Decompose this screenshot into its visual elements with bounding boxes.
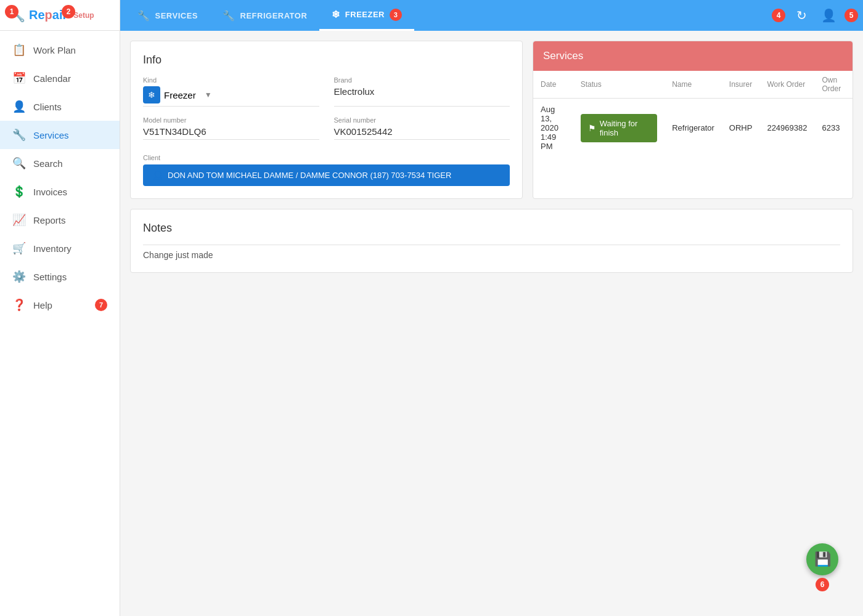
cell-status: ⚑ Waiting for finish [573,99,665,158]
inventory-icon: 🛒 [12,241,26,255]
fab-container: 💾 6 [806,543,838,591]
serial-label: Serial number [334,116,510,124]
serial-field: Serial number VK001525442 [334,116,510,140]
kind-value: Freezer [164,90,196,100]
sidebar: 1 🔧 Repair 2 Setup 📋 Work Plan 📅 Calenda… [0,0,120,616]
services-panel: Services Date Status Name Insurer Work O… [533,41,853,199]
notes-content: Change just made [143,245,840,260]
sidebar-item-label: Help [33,300,52,310]
refrigerator-tab-icon: 🔧 [223,10,235,22]
sidebar-item-services[interactable]: 🔧 Services [0,121,120,149]
tab-bar: 🔧 SERVICES 🔧 REFRIGERATOR ❄ FREEZER 3 4 … [120,0,863,31]
notes-panel: Notes Change just made [130,209,853,273]
search-icon: 🔍 [12,156,26,170]
sidebar-item-clients[interactable]: 👤 Clients [0,92,120,121]
cell-work-order: 224969382 [759,99,814,158]
dropdown-arrow: ▼ [205,91,212,99]
sidebar-item-label: Clients [33,102,62,112]
services-tab-icon: 🔧 [137,10,150,22]
kind-field: Kind ❄ Freezer ▼ [143,76,319,107]
info-form-grid: Kind ❄ Freezer ▼ Brand Electrolux [143,76,510,150]
badge-2: 2 [62,5,75,18]
sidebar-nav: 📋 Work Plan 📅 Calendar 👤 Clients 🔧 Servi… [0,31,120,616]
fab-badge-6: 6 [816,578,829,591]
save-icon: 💾 [814,551,831,567]
settings-icon: ⚙️ [12,270,26,283]
cell-date: Aug 13, 2020 1:49 PM [533,99,573,158]
sidebar-item-label: Services [33,130,69,140]
col-date: Date [533,71,573,99]
sidebar-item-invoices[interactable]: 💲 Invoices [0,177,120,206]
sidebar-item-inventory[interactable]: 🛒 Inventory [0,234,120,262]
cell-own-order: 6233 [814,99,853,158]
sidebar-item-settings[interactable]: ⚙️ Settings [0,262,120,291]
kind-label: Kind [143,76,319,84]
services-panel-title: Services [533,41,853,71]
client-button[interactable]: 👤 DON AND TOM MICHAEL DAMME / DAMME CONN… [143,164,510,186]
reports-icon: 📈 [12,213,26,227]
refresh-button[interactable]: ↻ [790,4,812,26]
top-panels: Info Kind ❄ Freezer ▼ Brand Elec [130,41,853,199]
invoices-icon: 💲 [12,185,26,198]
brand-field: Brand Electrolux [334,76,510,107]
sidebar-item-label: Invoices [33,187,67,197]
help-badge: 7 [95,299,107,311]
tab-freezer-label: FREEZER [345,10,385,19]
user-button[interactable]: 👤 [817,4,840,26]
services-icon: 🔧 [12,128,26,142]
model-label: Model number [143,116,319,124]
logo-area: 1 🔧 Repair 2 Setup [0,0,120,31]
sidebar-item-label: Search [33,158,63,169]
sidebar-item-search[interactable]: 🔍 Search [0,149,120,177]
sidebar-item-label: Inventory [33,243,72,254]
sidebar-item-help[interactable]: ❓ Help 7 [0,291,120,319]
badge-1: 1 [5,5,18,18]
table-row[interactable]: Aug 13, 2020 1:49 PM ⚑ Waiting for finis… [533,99,853,158]
status-badge: ⚑ Waiting for finish [581,114,658,142]
sidebar-item-calendar[interactable]: 📅 Calendar [0,64,120,92]
kind-select[interactable]: ❄ Freezer ▼ [143,86,319,103]
model-field: Model number V51TN34DLQ6 [143,116,319,140]
sidebar-item-label: Work Plan [33,45,76,55]
freezer-tab-badge: 3 [390,9,402,21]
info-panel: Info Kind ❄ Freezer ▼ Brand Elec [130,41,523,199]
col-own-order: Own Order [814,71,853,99]
col-insurer: Insurer [722,71,760,99]
sidebar-item-label: Reports [33,215,66,225]
sidebar-item-label: Settings [33,272,67,282]
work-plan-icon: 📋 [12,43,26,57]
sidebar-item-label: Calendar [33,73,71,84]
sidebar-item-work-plan[interactable]: 📋 Work Plan [0,36,120,64]
clients-icon: 👤 [12,100,26,113]
save-fab-button[interactable]: 💾 [806,543,838,575]
header-badge-4: 4 [772,9,785,22]
brand-value: Electrolux [334,86,510,97]
tab-bar-right: 4 ↻ 👤 5 [772,4,858,26]
col-work-order: Work Order [759,71,814,99]
main-content: 🔧 SERVICES 🔧 REFRIGERATOR ❄ FREEZER 3 4 … [120,0,863,616]
col-status: Status [573,71,665,99]
content-area: Info Kind ❄ Freezer ▼ Brand Elec [120,31,863,616]
client-person-icon: 👤 [153,171,163,180]
kind-icon: ❄ [143,86,160,103]
tab-refrigerator[interactable]: 🔧 REFRIGERATOR [210,0,319,31]
tab-freezer[interactable]: ❄ FREEZER 3 [319,0,414,31]
tab-services[interactable]: 🔧 SERVICES [125,0,210,31]
services-table: Date Status Name Insurer Work Order Own … [533,71,853,157]
client-label: Client [143,154,160,161]
notes-title: Notes [143,222,840,235]
calendar-icon: 📅 [12,71,26,85]
logo-sub: Setup [73,11,94,20]
cell-insurer: ORHP [722,99,760,158]
brand-label: Brand [334,76,510,84]
header-badge-5: 5 [845,9,858,22]
info-title: Info [143,54,510,67]
model-value: V51TN34DLQ6 [143,126,319,137]
client-field: Client 👤 DON AND TOM MICHAEL DAMME / DAM… [143,152,510,186]
tab-services-label: SERVICES [155,11,198,20]
flag-icon: ⚑ [588,123,596,133]
cell-name: Refrigerator [665,99,722,158]
sidebar-item-reports[interactable]: 📈 Reports [0,206,120,234]
serial-value: VK001525442 [334,126,510,137]
freezer-tab-icon: ❄ [332,9,340,20]
